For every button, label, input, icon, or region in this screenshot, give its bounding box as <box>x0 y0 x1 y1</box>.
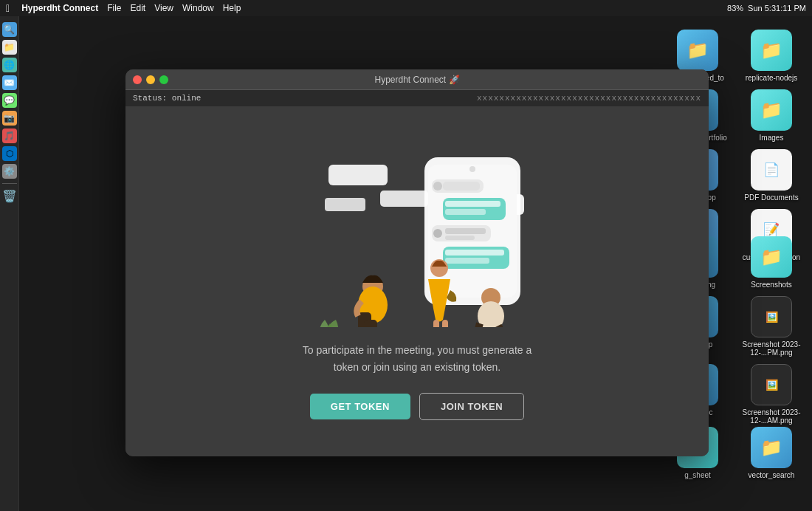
menubar-clock: Sun 5:31:11 PM <box>748 4 806 13</box>
menubar-battery: 83% <box>727 4 743 13</box>
dock-icon-music[interactable]: 🎵 <box>2 128 17 143</box>
desktop-icon-label: Screenshot 2023-12-...PM.png <box>742 340 801 357</box>
description-line1: To participate in the meeting, you must … <box>303 344 532 356</box>
description-text: To participate in the meeting, you must … <box>303 342 532 375</box>
svg-rect-19 <box>445 250 504 256</box>
status-text: Status: online <box>133 94 201 103</box>
menubar-right: 83% Sun 5:31:11 PM <box>727 4 806 13</box>
desktop-icon-images[interactable]: 📁 Images <box>738 89 805 142</box>
svg-rect-10 <box>443 182 480 191</box>
join-token-button[interactable]: JOIN TOKEN <box>419 393 524 420</box>
svg-rect-20 <box>445 258 489 264</box>
dock-icon-trash[interactable]: 🗑️ <box>2 188 17 203</box>
svg-point-31 <box>478 301 504 327</box>
apple-logo-icon[interactable]:  <box>6 2 10 14</box>
desktop-icon-replicate-nodejs[interactable]: 📁 replicate-nodejs <box>738 30 805 82</box>
svg-rect-29 <box>442 320 448 327</box>
status-hash: xxxxxxxxxxxxxxxxxxxxxxxxxxxxxxxxxxxxxxxx <box>477 94 701 103</box>
folder-teal-icon: 📁 <box>751 30 792 71</box>
desktop-icon-screenshots[interactable]: 📁 Screenshots <box>738 236 805 289</box>
svg-rect-17 <box>445 236 475 240</box>
dock-icon-messages[interactable]: 💬 <box>2 93 17 108</box>
svg-point-15 <box>433 229 442 238</box>
desktop-icon-label: g_sheet <box>684 471 711 479</box>
menubar-left:  Hyperdht Connect File Edit View Window… <box>6 2 241 14</box>
app-window: Hyperdht Connect 🚀 Status: online xxxxxx… <box>125 69 709 456</box>
screenshot-icon: 🖼️ <box>751 364 792 405</box>
svg-point-9 <box>433 182 442 191</box>
folder-blue-icon: 📁 <box>751 427 792 468</box>
svg-rect-12 <box>445 201 500 207</box>
statusbar: Status: online xxxxxxxxxxxxxxxxxxxxxxxxx… <box>125 90 709 106</box>
titlebar: Hyperdht Connect 🚀 <box>125 69 709 90</box>
dock-icon-safari[interactable]: 🌐 <box>2 58 17 72</box>
svg-rect-16 <box>445 228 486 234</box>
folder-chevron-icon: 📁 <box>751 236 792 278</box>
desktop-icon-label: replicate-nodejs <box>746 74 798 82</box>
svg-rect-1 <box>380 191 428 207</box>
window-title: Hyperdht Connect 🚀 <box>374 75 459 85</box>
get-token-button[interactable]: GET TOKEN <box>310 394 410 419</box>
close-button[interactable] <box>133 75 142 84</box>
dock-icon-finder[interactable]: 🔍 <box>2 22 17 37</box>
menu-view[interactable]: View <box>154 3 173 13</box>
folder-teal-icon: 📁 <box>751 89 792 131</box>
dock: 🔍 📁 🌐 ✉️ 💬 📷 🎵 ⬡ ⚙️ 🗑️ <box>0 16 19 511</box>
dock-icon-files[interactable]: 📁 <box>2 40 17 55</box>
menubar-app-name: Hyperdht Connect <box>21 3 98 13</box>
traffic-lights <box>133 75 168 84</box>
desktop-icon-screenshot-2[interactable]: 🖼️ Screenshot 2023-12-...AM.png <box>738 364 805 425</box>
dock-icon-vscode[interactable]: ⬡ <box>2 146 17 161</box>
desktop-icon-vector-search[interactable]: 📁 vector_search <box>738 427 805 479</box>
menu-window[interactable]: Window <box>182 3 214 13</box>
window-content: To participate in the meeting, you must … <box>125 106 709 456</box>
desktop-icon-label: vector_search <box>749 471 795 479</box>
desktop-icon-screenshot-1[interactable]: 🖼️ Screenshot 2023-12-...PM.png <box>738 296 805 357</box>
illustration <box>284 143 550 327</box>
svg-rect-13 <box>445 209 486 215</box>
file-pdf-icon: 📄 <box>751 149 792 191</box>
folder-blue-icon: 📁 <box>677 30 718 71</box>
screenshot-icon: 🖼️ <box>751 296 792 337</box>
description-line2: token or join using an existing token. <box>334 361 500 373</box>
svg-rect-28 <box>433 320 439 327</box>
menu-file[interactable]: File <box>107 3 121 13</box>
action-buttons: GET TOKEN JOIN TOKEN <box>310 393 524 420</box>
dock-icon-photos[interactable]: 📷 <box>2 111 17 126</box>
maximize-button[interactable] <box>159 75 168 84</box>
menubar:  Hyperdht Connect File Edit View Window… <box>0 0 812 16</box>
menu-edit[interactable]: Edit <box>130 3 145 13</box>
svg-rect-0 <box>328 165 388 185</box>
svg-point-7 <box>469 166 475 172</box>
menu-help[interactable]: Help <box>223 3 241 13</box>
svg-rect-24 <box>364 320 377 327</box>
dock-icon-system[interactable]: ⚙️ <box>2 164 17 179</box>
dock-separator <box>2 183 17 184</box>
dock-icon-mail[interactable]: ✉️ <box>2 75 17 90</box>
desktop-icon-label: PDF Documents <box>744 193 798 202</box>
desktop-icon-pdf-documents[interactable]: 📄 PDF Documents <box>738 149 805 202</box>
desktop-icon-label: Images <box>760 134 784 142</box>
minimize-button[interactable] <box>146 75 155 84</box>
desktop-icon-label: Screenshots <box>751 281 792 289</box>
svg-rect-2 <box>325 198 365 211</box>
